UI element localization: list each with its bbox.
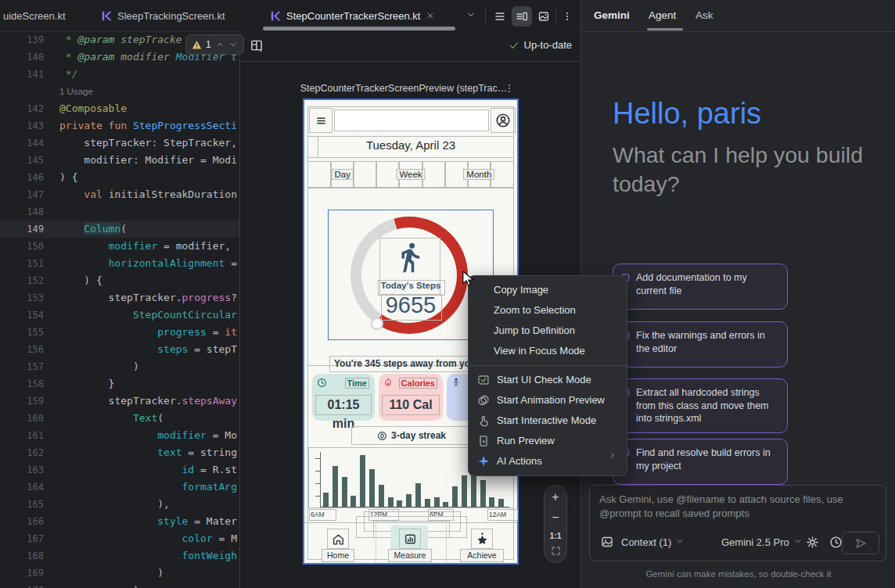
- editor-tab-strip: uideScreen.kt SleepTrackingScreen.kt Ste…: [0, 0, 580, 32]
- submenu-chevron-icon: [608, 451, 617, 461]
- chart-bar: [425, 499, 430, 507]
- walker-icon: [451, 378, 461, 387]
- list-icon[interactable]: [490, 6, 510, 27]
- code-text: ) {: [59, 272, 102, 289]
- account-button[interactable]: [491, 108, 516, 133]
- code-text: private fun StepProgressSecti: [59, 117, 237, 134]
- wireframe-box: [353, 161, 377, 188]
- layout-grid-icon[interactable]: [250, 38, 264, 52]
- chart-tick: [315, 496, 320, 497]
- stat-card-header: Time: [316, 378, 371, 389]
- wireframe-box: [307, 136, 318, 158]
- chart-bar: [332, 466, 338, 507]
- nav-item-home[interactable]: [327, 529, 349, 549]
- tab-guidescreen[interactable]: uideScreen.kt: [3, 0, 66, 31]
- chart-bar: [480, 480, 486, 507]
- tab-sleeptrackingscreen[interactable]: SleepTrackingScreen.kt: [102, 0, 225, 31]
- app-tab-month[interactable]: Month: [467, 161, 491, 188]
- zoom-ratio-button[interactable]: 1:1: [545, 531, 566, 540]
- app-tab-week[interactable]: Week: [398, 161, 422, 188]
- chevron-down-icon: [793, 536, 803, 546]
- code-text: * @param stepTracke: [59, 31, 182, 48]
- code-text: Column(: [59, 220, 127, 238]
- gemini-panel: Gemini Agent Ask Hello, paris What can I…: [580, 0, 895, 588]
- menu-item[interactable]: Zoom to Selection: [469, 300, 627, 321]
- search-input[interactable]: [334, 109, 489, 131]
- history-clock-icon[interactable]: [829, 536, 843, 549]
- gear-icon[interactable]: [806, 536, 819, 549]
- line-number: 144: [0, 134, 44, 152]
- code-line: 166 style = Mater: [0, 513, 239, 530]
- zoom-in-button[interactable]: +: [545, 490, 566, 504]
- kebab-icon[interactable]: [557, 6, 577, 27]
- suggestion-card[interactable]: Fix the warnings and errors in the edito…: [613, 321, 788, 368]
- menu-item[interactable]: Start Interactive Mode: [469, 411, 627, 431]
- app-tab-day[interactable]: Day: [330, 161, 354, 188]
- suggestion-card[interactable]: Add documentation to my current file: [613, 264, 788, 310]
- usage-hint[interactable]: 1 Usage: [59, 83, 93, 100]
- zoom-out-button[interactable]: −: [545, 511, 566, 525]
- code-line: 157 ): [0, 358, 239, 375]
- nav-item-measure[interactable]: [399, 529, 421, 549]
- line-number: 162: [0, 444, 44, 461]
- menu-item[interactable]: Jump to Definition: [469, 321, 627, 341]
- menu-item[interactable]: AI Actions: [469, 451, 627, 471]
- achieve-icon: [476, 532, 489, 546]
- code-line: 141 */: [0, 66, 239, 83]
- line-number: 139: [0, 31, 44, 48]
- stat-card-label: Calories: [399, 378, 437, 389]
- chevron-down-icon[interactable]: [466, 10, 476, 20]
- input-actions-row: Context (1) Gemini 2.5 Pro: [590, 532, 886, 554]
- split-view-icon[interactable]: [512, 6, 532, 27]
- ui-check-icon: [477, 374, 490, 386]
- warning-count: 1: [206, 39, 211, 50]
- line-number: 170: [0, 582, 44, 588]
- chevron-up-icon[interactable]: [215, 40, 225, 49]
- chart-bar: [489, 497, 494, 507]
- nav-item-achieve[interactable]: [471, 529, 493, 549]
- code-line: 154 StepCountCircular: [0, 307, 239, 324]
- line-number: 169: [0, 565, 44, 582]
- hamburger-button[interactable]: [309, 108, 332, 133]
- code-text: progress = it: [59, 324, 237, 341]
- context-label: Context (1): [621, 536, 671, 548]
- fit-screen-icon[interactable]: [545, 545, 566, 559]
- close-icon[interactable]: [426, 11, 435, 20]
- menu-item[interactable]: Start Animation Preview: [469, 390, 627, 411]
- tab-ask[interactable]: Ask: [696, 9, 713, 21]
- tab-label: StepCounterTrackerScreen.kt: [286, 10, 420, 22]
- image-tool-icon[interactable]: [534, 6, 554, 27]
- tab-agent[interactable]: Agent: [649, 9, 676, 21]
- line-number: 163: [0, 461, 44, 479]
- preview-title[interactable]: StepCounterTrackerScreenPreview (stepTra…: [298, 83, 509, 94]
- menu-item[interactable]: Run Preview: [469, 431, 627, 451]
- code-line: 151 horizontalAlignment =: [0, 255, 239, 272]
- code-line: 143private fun StepProgressSecti: [0, 117, 239, 134]
- interactive-icon: [477, 414, 490, 427]
- chart-bar: [406, 494, 412, 507]
- suggestion-card[interactable]: Extract all hardcoded strings from this …: [613, 378, 788, 433]
- prompt-textarea[interactable]: [590, 486, 886, 529]
- suggestion-card[interactable]: Find and resolve build errors in my proj…: [613, 439, 788, 485]
- menu-item[interactable]: Start UI Check Mode: [469, 370, 627, 390]
- context-dropdown[interactable]: Context (1): [621, 536, 685, 548]
- chart-tick: [315, 483, 320, 484]
- inspection-widget[interactable]: 1: [185, 34, 244, 55]
- chevron-down-icon[interactable]: [228, 40, 238, 49]
- line-number: 164: [0, 479, 44, 496]
- stat-card-time[interactable]: Time01:15 min: [312, 374, 375, 421]
- code-editor[interactable]: 139 * @param stepTracke140 * @param modi…: [0, 31, 239, 588]
- chart-bar: [498, 499, 504, 507]
- stat-card-calories[interactable]: Calories110 Cal: [379, 374, 443, 421]
- model-dropdown[interactable]: Gemini 2.5 Pro: [721, 536, 803, 548]
- gemini-greeting: Hello, paris: [613, 97, 761, 131]
- code-text: modifier = Mo: [59, 427, 237, 444]
- attach-image-icon[interactable]: [601, 536, 613, 548]
- menu-item[interactable]: View in Focus Mode: [469, 341, 627, 361]
- send-button[interactable]: [842, 532, 879, 554]
- chart-tick: [315, 458, 320, 459]
- code-line: 147 val initialStreakDuration: [0, 186, 239, 203]
- chart-bar: [388, 497, 394, 507]
- menu-item[interactable]: Copy Image: [469, 280, 627, 300]
- kebab-icon[interactable]: [504, 83, 515, 94]
